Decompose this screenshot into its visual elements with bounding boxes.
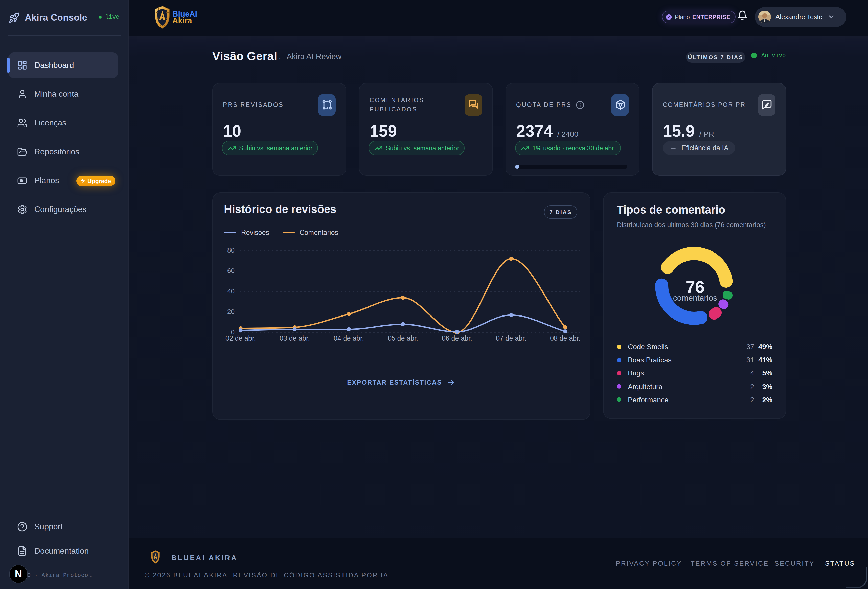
svg-text:06 de abr.: 06 de abr.: [442, 334, 472, 342]
svg-text:05 de abr.: 05 de abr.: [388, 334, 418, 342]
svg-text:07 de abr.: 07 de abr.: [496, 334, 526, 342]
svg-text:60: 60: [227, 267, 235, 275]
svg-text:08 de abr.: 08 de abr.: [550, 334, 580, 342]
svg-text:03 de abr.: 03 de abr.: [279, 334, 310, 342]
svg-text:80: 80: [227, 246, 235, 254]
svg-text:02 de abr.: 02 de abr.: [226, 334, 256, 342]
svg-text:04 de abr.: 04 de abr.: [334, 334, 364, 342]
svg-text:40: 40: [227, 287, 235, 295]
svg-text:20: 20: [227, 308, 235, 315]
